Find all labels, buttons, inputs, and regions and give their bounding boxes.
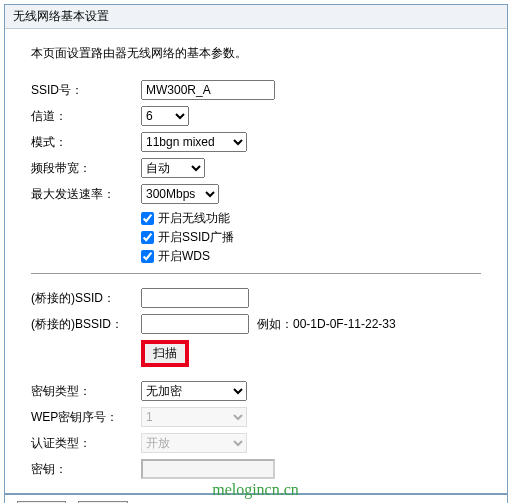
auth-label: 认证类型：: [31, 435, 141, 452]
wep-index-select: 1: [141, 407, 247, 427]
rate-select[interactable]: 300Mbps: [141, 184, 219, 204]
enable-ssid-broadcast-label: 开启SSID广播: [158, 229, 234, 246]
bridge-ssid-input[interactable]: [141, 288, 249, 308]
encryption-label: 密钥类型：: [31, 383, 141, 400]
enable-wds-label: 开启WDS: [158, 248, 210, 265]
bandwidth-select[interactable]: 自动: [141, 158, 205, 178]
channel-select[interactable]: 6: [141, 106, 189, 126]
panel-title: 无线网络基本设置: [5, 5, 507, 29]
ssid-label: SSID号：: [31, 82, 141, 99]
enable-wds-checkbox[interactable]: [141, 250, 154, 263]
bridge-bssid-label: (桥接的)BSSID：: [31, 316, 141, 333]
rate-label: 最大发送速率：: [31, 186, 141, 203]
mode-label: 模式：: [31, 134, 141, 151]
key-input: [141, 459, 275, 479]
enable-wireless-label: 开启无线功能: [158, 210, 230, 227]
bridge-ssid-label: (桥接的)SSID：: [31, 290, 141, 307]
divider: [31, 273, 481, 274]
channel-label: 信道：: [31, 108, 141, 125]
watermark-text: melogincn.cn: [212, 481, 299, 499]
scan-button[interactable]: 扫描: [141, 340, 189, 367]
encryption-select[interactable]: 无加密: [141, 381, 247, 401]
wep-index-label: WEP密钥序号：: [31, 409, 141, 426]
mode-select[interactable]: 11bgn mixed: [141, 132, 247, 152]
enable-wireless-checkbox[interactable]: [141, 212, 154, 225]
bridge-bssid-input[interactable]: [141, 314, 249, 334]
panel-content: 本页面设置路由器无线网络的基本参数。 SSID号： 信道： 6 模式： 11bg…: [5, 29, 507, 493]
ssid-input[interactable]: [141, 80, 275, 100]
bssid-example: 例如：00-1D-0F-11-22-33: [257, 316, 396, 333]
intro-text: 本页面设置路由器无线网络的基本参数。: [31, 45, 481, 62]
key-label: 密钥：: [31, 461, 141, 478]
enable-ssid-broadcast-checkbox[interactable]: [141, 231, 154, 244]
bandwidth-label: 频段带宽：: [31, 160, 141, 177]
auth-select: 开放: [141, 433, 247, 453]
settings-panel: 无线网络基本设置 本页面设置路由器无线网络的基本参数。 SSID号： 信道： 6…: [4, 4, 508, 503]
